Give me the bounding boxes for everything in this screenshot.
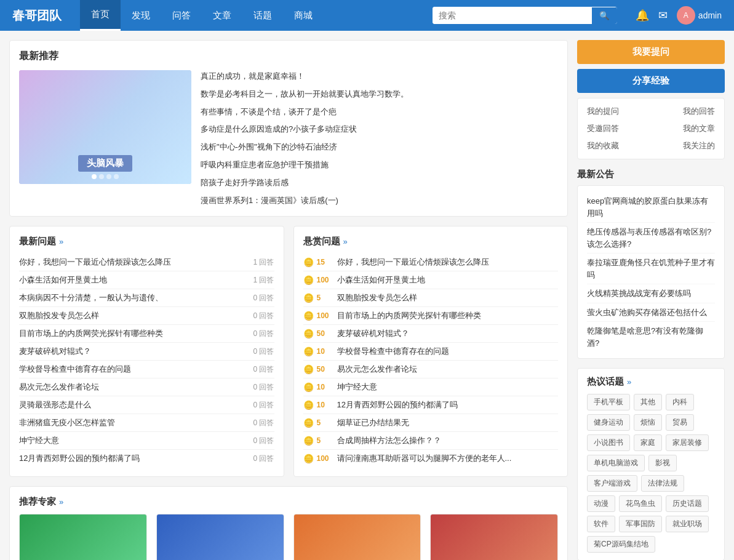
- tag-3[interactable]: 健身运动: [587, 414, 630, 431]
- expert-card-0[interactable]: [19, 514, 147, 560]
- dot-2[interactable]: [99, 174, 104, 179]
- bounty-link-7[interactable]: 坤宁经大意: [337, 382, 377, 393]
- recommend-item-3[interactable]: 多动症是什么原因造成的?小孩子多动症症状: [201, 123, 558, 136]
- announcement-item-3[interactable]: 火线精英挑战战宠有必要练吗: [587, 284, 715, 303]
- question-link-1[interactable]: 小森生活如何开垦黄土地: [19, 274, 248, 286]
- question-link-4[interactable]: 目前市场上的内质网荧光探针有哪些种类: [19, 328, 248, 339]
- ask-button[interactable]: 我要提问: [577, 40, 725, 64]
- tag-6[interactable]: 小说图书: [587, 434, 630, 451]
- tag-15[interactable]: 历史话题: [666, 495, 709, 512]
- tag-16[interactable]: 软件: [587, 516, 615, 532]
- recommend-item-6[interactable]: 陪孩子走好升学路读后感: [201, 177, 558, 190]
- bounty-link-4[interactable]: 麦芽破碎机对辊式？: [337, 328, 409, 339]
- questions-section: 最新问题 » 你好，我想问一下最近心情烦躁该怎么降压 1 回答 小森生活如何开垦…: [9, 226, 568, 477]
- bounty-link-1[interactable]: 小森生活如何开垦黄土地: [337, 274, 425, 286]
- recommend-item-5[interactable]: 呼吸内科重症患者应急护理干预措施: [201, 159, 558, 172]
- recommend-item-0[interactable]: 真正的成功，就是家庭幸福！: [201, 70, 558, 83]
- nav-shop[interactable]: 商城: [283, 0, 324, 31]
- answer-count-10: 0 回答: [253, 436, 274, 446]
- tag-19[interactable]: 菊CP源码集结地: [587, 536, 655, 553]
- experts-header: 推荐专家 »: [19, 496, 558, 508]
- nav-home[interactable]: 首页: [80, 0, 121, 31]
- list-item: 12月青西郊野公园的预约都满了吗 0 回答: [19, 450, 274, 467]
- tag-0[interactable]: 手机平板: [587, 394, 630, 410]
- announcement-item-5[interactable]: 乾隆御笔是啥意思?有没有乾隆御酒?: [587, 322, 715, 352]
- nav-qa[interactable]: 问答: [161, 0, 202, 31]
- sidebar-link-my-favorites[interactable]: 我的收藏: [587, 140, 619, 151]
- announcement-item-4[interactable]: 萤火虫矿池购买存储器还包括什么: [587, 303, 715, 322]
- experts-more[interactable]: »: [59, 497, 63, 506]
- bounty-link-6[interactable]: 易次元怎么发作者论坛: [337, 364, 417, 375]
- bounty-link-5[interactable]: 学校督导检查中德育存在的问题: [337, 346, 449, 357]
- user-avatar-area[interactable]: A admin: [677, 6, 722, 25]
- bounty-questions-box: 悬赏问题 » 🪙 15 你好，我想问一下最近心情烦躁该怎么降压 🪙 100 小森…: [293, 226, 568, 477]
- expert-card-1[interactable]: [156, 514, 284, 560]
- question-link-0[interactable]: 你好，我想问一下最近心情烦躁该怎么降压: [19, 257, 248, 268]
- announcement-item-0[interactable]: keep官网商城的胶原蛋白肽果冻有用吗: [587, 192, 715, 223]
- list-item: 🪙 100 小森生活如何开垦黄土地: [303, 271, 559, 289]
- search-input[interactable]: [433, 7, 592, 24]
- expert-card-3[interactable]: [430, 514, 558, 560]
- bounty-link-0[interactable]: 你好，我想问一下最近心情烦躁该怎么降压: [337, 257, 489, 268]
- mail-icon[interactable]: ✉: [658, 9, 668, 22]
- expert-card-2[interactable]: [293, 514, 421, 560]
- list-item: 易次元怎么发作者论坛 0 回答: [19, 378, 274, 396]
- sidebar-link-my-articles[interactable]: 我的文章: [683, 123, 715, 134]
- tag-17[interactable]: 军事国防: [619, 516, 662, 532]
- tag-12[interactable]: 法律法规: [641, 475, 684, 492]
- nav-discover[interactable]: 发现: [121, 0, 161, 31]
- nav-topic[interactable]: 话题: [242, 0, 283, 31]
- question-link-6[interactable]: 学校督导检查中德育存在的问题: [19, 364, 248, 375]
- tag-18[interactable]: 就业职场: [666, 516, 709, 532]
- recommend-item-7[interactable]: 漫画世界系列1：漫画英国》读后感(一): [201, 194, 558, 207]
- list-item: 非洲猪瘟无疫小区怎样监管 0 回答: [19, 414, 274, 432]
- question-link-10[interactable]: 坤宁经大意: [19, 435, 248, 446]
- bell-icon[interactable]: 🔔: [636, 9, 649, 22]
- sidebar-link-following[interactable]: 我关注的: [683, 140, 715, 151]
- tag-14[interactable]: 花鸟鱼虫: [619, 495, 662, 512]
- list-item: 🪙 10 12月青西郊野公园的预约都满了吗: [303, 396, 559, 414]
- tag-13[interactable]: 动漫: [587, 495, 615, 512]
- recommend-item-1[interactable]: 数学是必考科目之一，故从初一开始就要认真地学习数学。: [201, 88, 558, 101]
- tag-1[interactable]: 其他: [634, 394, 662, 410]
- announcement-item-1[interactable]: 绝压传感器与表压传感器有啥区别?该怎么选择?: [587, 223, 715, 254]
- share-button[interactable]: 分享经验: [577, 69, 725, 93]
- hot-topics-more[interactable]: »: [627, 377, 631, 386]
- bounty-link-9[interactable]: 烟草证已办结结果无: [337, 417, 409, 428]
- bounty-link-10[interactable]: 合成周抽样方法怎么操作？？: [337, 435, 441, 446]
- question-link-5[interactable]: 麦芽破碎机对辊式？: [19, 346, 248, 357]
- tag-4[interactable]: 烦恼: [634, 414, 662, 431]
- question-link-9[interactable]: 非洲猪瘟无疫小区怎样监管: [19, 417, 248, 428]
- nav-article[interactable]: 文章: [202, 0, 242, 31]
- question-link-7[interactable]: 易次元怎么发作者论坛: [19, 382, 248, 393]
- bounty-questions-more[interactable]: »: [343, 237, 348, 246]
- tag-9[interactable]: 单机电脑游戏: [587, 455, 645, 471]
- search-button[interactable]: 🔍: [592, 7, 617, 24]
- tag-10[interactable]: 影视: [648, 455, 677, 471]
- question-link-8[interactable]: 灵骑最强形态是什么: [19, 399, 248, 410]
- list-item: 小森生活如何开垦黄土地 1 回答: [19, 271, 274, 289]
- dot-4[interactable]: [114, 174, 119, 179]
- question-link-11[interactable]: 12月青西郊野公园的预约都满了吗: [19, 453, 248, 464]
- tag-8[interactable]: 家居装修: [666, 434, 709, 451]
- bounty-link-3[interactable]: 目前市场上的内质网荧光探针有哪些种类: [337, 310, 481, 321]
- sidebar-link-my-answers[interactable]: 我的回答: [683, 106, 715, 117]
- latest-questions-more[interactable]: »: [59, 237, 63, 246]
- hot-topics-title: 热议话题: [587, 376, 624, 388]
- sidebar-link-my-questions[interactable]: 我的提问: [587, 106, 619, 117]
- recommend-item-2[interactable]: 有些事情，不谈是个结，谈开了是个疤: [201, 106, 558, 119]
- dot-1[interactable]: [92, 174, 97, 179]
- sidebar-link-invited[interactable]: 受邀回答: [587, 123, 619, 134]
- tag-7[interactable]: 家庭: [634, 434, 662, 451]
- tag-2[interactable]: 内科: [666, 394, 694, 410]
- bounty-link-2[interactable]: 双胞胎投发专员怎么样: [337, 292, 417, 303]
- dot-3[interactable]: [106, 174, 111, 179]
- bounty-link-11[interactable]: 请问潼南惠耳助听器可以为腿脚不方便的老年人...: [337, 453, 512, 464]
- tag-5[interactable]: 贸易: [666, 414, 694, 431]
- question-link-3[interactable]: 双胞胎投发专员怎么样: [19, 310, 248, 321]
- tag-11[interactable]: 客户端游戏: [587, 475, 637, 492]
- bounty-link-8[interactable]: 12月青西郊野公园的预约都满了吗: [337, 399, 458, 410]
- recommend-item-4[interactable]: 浅析"中心-外围"视角下的沙特石油经济: [201, 141, 558, 154]
- question-link-2[interactable]: 本病病因不十分清楚，一般认为与遗传、: [19, 292, 248, 303]
- announcement-item-2[interactable]: 泰拉瑞亚鹿角怪只在饥荒种子里才有吗: [587, 254, 715, 284]
